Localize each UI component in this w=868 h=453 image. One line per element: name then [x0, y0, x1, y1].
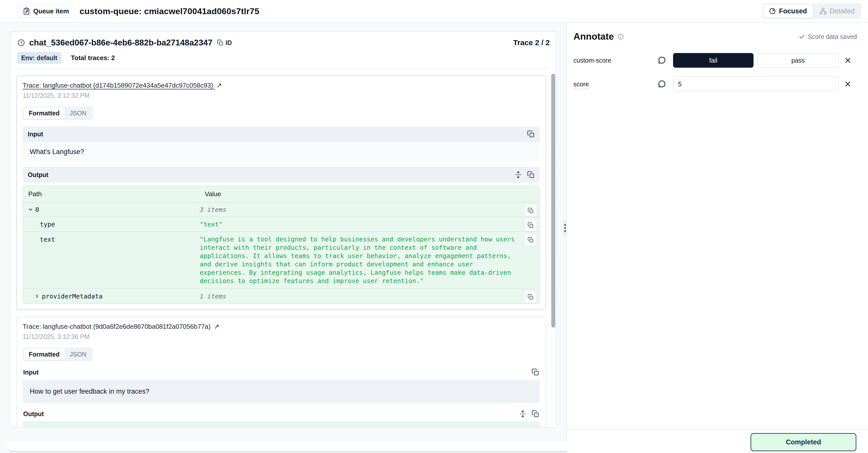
- queue-item-badge-label: Queue item: [33, 7, 69, 15]
- column-path: Path: [23, 422, 200, 428]
- queue-item-panel: chat_536ed067-b86e-4eb6-882b-ba27148a234…: [10, 31, 557, 428]
- detailed-toggle-button[interactable]: Detailed: [814, 4, 860, 18]
- external-link-icon: ↗: [216, 82, 222, 89]
- chevron-right-icon[interactable]: [34, 293, 40, 299]
- table-row[interactable]: type "text": [23, 217, 539, 232]
- score-row-custom-score: custom-score fail pass: [574, 53, 857, 68]
- external-link-icon: ↗: [214, 323, 219, 331]
- clock-icon: [17, 39, 25, 47]
- input-content-2: How to get user feedback in my traces?: [23, 380, 540, 403]
- focused-toggle-button[interactable]: Focused: [763, 4, 812, 18]
- input-section-header-2: Input: [23, 368, 540, 376]
- option-pass-button[interactable]: pass: [757, 53, 839, 68]
- queue-item-badge: Queue item: [18, 4, 74, 18]
- id-label: ID: [225, 39, 232, 47]
- comment-bubble-icon[interactable]: [650, 80, 673, 88]
- format-tabs-2: Formatted JSON: [23, 347, 93, 361]
- trace-counter: Trace 2 / 2: [513, 38, 550, 47]
- output-section-header-2: Output: [23, 410, 540, 418]
- tab-formatted[interactable]: Formatted: [24, 348, 65, 360]
- output-json-table-1: Path Value 0 3 items typ: [23, 186, 540, 304]
- score-saved-status: Score data saved: [799, 33, 857, 40]
- input-section-header-1: Input: [23, 126, 540, 142]
- page-title: custom-queue: cmiacwel70041ad060s7tlr75: [80, 6, 259, 16]
- option-fail-button[interactable]: fail: [673, 53, 753, 68]
- score-name-label: custom-score: [574, 57, 650, 64]
- copy-row-button[interactable]: [525, 219, 537, 231]
- input-label: Input: [28, 131, 43, 138]
- score-value-input[interactable]: [673, 76, 839, 92]
- view-mode-toggle: Focused Detailed: [762, 3, 862, 19]
- environment-badge: Env: default: [17, 52, 61, 64]
- trace-timestamp-1: 11/12/2025, 3:12:32 PM: [23, 92, 540, 99]
- table-header-row: Path Value: [23, 422, 539, 428]
- tab-formatted[interactable]: Formatted: [24, 107, 65, 119]
- bottom-edge-strip: [7, 443, 593, 452]
- copy-row-button[interactable]: [525, 234, 537, 246]
- trace-link-1[interactable]: Trace: langfuse-chatbot (d174b1589072e43…: [23, 82, 222, 89]
- detailed-toggle-label: Detailed: [830, 7, 855, 15]
- copy-input-icon[interactable]: [532, 368, 539, 376]
- left-panel-scrollbar[interactable]: [551, 74, 555, 328]
- format-tabs-1: Formatted JSON: [23, 106, 93, 120]
- copy-row-button[interactable]: [525, 204, 537, 217]
- tab-json[interactable]: JSON: [65, 348, 92, 360]
- column-value: Value: [200, 186, 539, 202]
- copy-input-icon[interactable]: [527, 130, 535, 138]
- check-icon: [799, 33, 805, 40]
- output-label: Output: [28, 171, 49, 178]
- queue-item-panel-header: chat_536ed067-b86e-4eb6-882b-ba27148a234…: [10, 32, 556, 69]
- info-icon: [617, 33, 624, 40]
- unfold-vertical-icon[interactable]: [519, 410, 527, 418]
- delete-score-button[interactable]: [839, 56, 857, 64]
- table-row[interactable]: providerMetadata 1 items: [23, 289, 539, 304]
- trace-card-1: Trace: langfuse-chatbot (d174b1589072e43…: [16, 76, 546, 310]
- copy-output-icon[interactable]: [527, 171, 535, 178]
- column-value: Value: [200, 422, 539, 428]
- comment-bubble-icon[interactable]: [650, 56, 673, 65]
- output-label: Output: [23, 410, 44, 418]
- chat-session-title: chat_536ed067-b86e-4eb6-882b-ba27148a234…: [29, 38, 212, 48]
- output-section-header-1: Output: [23, 167, 540, 182]
- copy-icon: [217, 39, 223, 46]
- copy-output-icon[interactable]: [532, 410, 539, 418]
- copy-id-control[interactable]: ID: [217, 39, 232, 47]
- traces-scroll-area[interactable]: Trace: langfuse-chatbot (d174b1589072e43…: [10, 69, 556, 428]
- delete-score-button[interactable]: [839, 80, 857, 88]
- table-header-row: Path Value: [23, 186, 539, 202]
- copy-row-button[interactable]: [525, 291, 537, 303]
- column-path: Path: [23, 186, 200, 202]
- tab-json[interactable]: JSON: [65, 107, 92, 119]
- table-row[interactable]: 0 3 items: [23, 202, 539, 217]
- gauge-icon: [769, 7, 776, 15]
- input-content-1: What's Langfuse?: [23, 142, 540, 162]
- input-label: Input: [23, 369, 39, 376]
- clipboard-pen-icon: [23, 7, 30, 15]
- network-icon: [819, 7, 827, 15]
- score-row-score: score: [574, 76, 857, 92]
- table-row[interactable]: text "Langfuse is a tool designed to hel…: [23, 232, 539, 289]
- output-json-table-2: Path Value 0 3 items: [23, 422, 540, 428]
- total-traces-label: Total traces: 2: [71, 54, 115, 62]
- focused-toggle-label: Focused: [779, 7, 807, 15]
- score-name-label: score: [574, 81, 650, 88]
- trace-link-2[interactable]: Trace: langfuse-chatbot (9d0a6f2e6de8670…: [23, 323, 219, 330]
- unfold-vertical-icon[interactable]: [515, 171, 522, 178]
- annotate-footer: Completed: [567, 429, 868, 453]
- completed-button[interactable]: Completed: [750, 433, 857, 451]
- trace-card-2: Trace: langfuse-chatbot (9d0a6f2e6de8670…: [16, 317, 546, 428]
- top-header: Queue item custom-queue: cmiacwel70041ad…: [0, 0, 868, 23]
- annotate-title: Annotate: [574, 31, 614, 42]
- trace-timestamp-2: 11/12/2025, 3:12:36 PM: [23, 333, 540, 340]
- annotate-panel: Annotate Score data saved custom-score f…: [567, 23, 868, 429]
- chevron-down-icon[interactable]: [28, 207, 33, 213]
